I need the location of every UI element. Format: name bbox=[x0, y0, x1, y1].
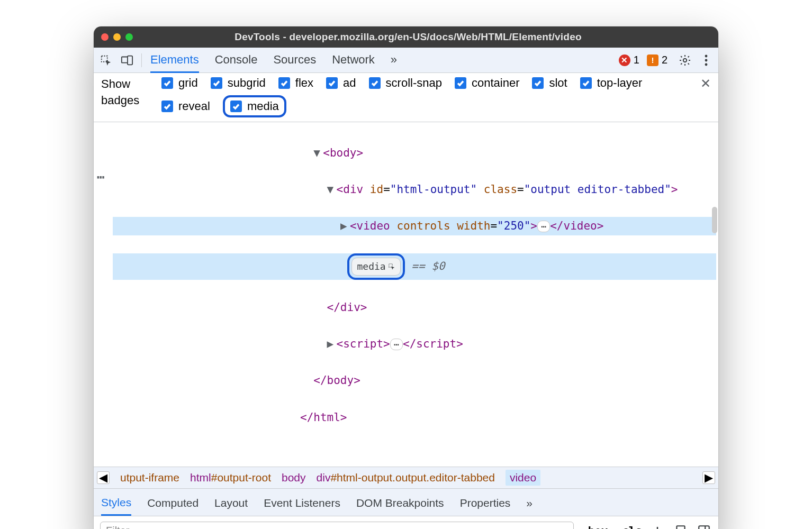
svg-point-3 bbox=[683, 58, 687, 61]
dom-line[interactable]: </body> bbox=[113, 371, 716, 390]
badge-checkbox-media[interactable]: media bbox=[230, 99, 279, 113]
dom-line-selected-badge[interactable]: media == $0 bbox=[113, 253, 716, 280]
svg-point-4 bbox=[705, 54, 708, 57]
badge-settings-row: Showbadges grid subgrid flex ad scroll-s… bbox=[94, 73, 718, 122]
window-title: DevTools - developer.mozilla.org/en-US/d… bbox=[105, 31, 711, 43]
badge-checkbox-reveal[interactable]: reveal bbox=[161, 99, 210, 113]
dom-line[interactable]: </html> bbox=[113, 408, 716, 427]
styles-subtabs: Styles Computed Layout Event Listeners D… bbox=[94, 489, 718, 516]
warning-number: 2 bbox=[662, 54, 667, 66]
close-badge-row-icon[interactable]: ✕ bbox=[700, 76, 711, 91]
svg-point-6 bbox=[705, 63, 708, 66]
gutter: ⋯ bbox=[94, 122, 113, 467]
subtab-properties[interactable]: Properties bbox=[460, 494, 511, 515]
titlebar: DevTools - developer.mozilla.org/en-US/d… bbox=[94, 26, 718, 48]
crumb-iframe[interactable]: utput-iframe bbox=[120, 471, 179, 484]
cls-toggle[interactable]: .cls bbox=[615, 525, 642, 529]
badge-checkbox-grid[interactable]: grid bbox=[161, 76, 198, 90]
badge-checkbox-container[interactable]: container bbox=[455, 76, 520, 90]
crumb-body[interactable]: body bbox=[282, 471, 306, 484]
subtab-styles[interactable]: Styles bbox=[101, 493, 131, 516]
tab-elements[interactable]: Elements bbox=[150, 48, 199, 73]
dom-breadcrumbs: ◀ utput-iframe html#output-root body div… bbox=[94, 467, 718, 489]
badge-checkbox-list: grid subgrid flex ad scroll-snap contain… bbox=[161, 76, 688, 117]
tab-sources[interactable]: Sources bbox=[273, 48, 316, 73]
subtab-event-listeners[interactable]: Event Listeners bbox=[264, 494, 340, 515]
subtab-more[interactable]: » bbox=[526, 494, 533, 515]
dom-line[interactable]: ▼<body> bbox=[113, 144, 716, 162]
badge-checkbox-top-layer[interactable]: top-layer bbox=[580, 76, 643, 90]
dom-tree-panel: ⋯ ▼<body> ▼<div id="html-output" class="… bbox=[94, 122, 718, 467]
divider bbox=[141, 53, 142, 67]
styles-filter-input[interactable]: Filter bbox=[100, 522, 574, 529]
devtools-window: DevTools - developer.mozilla.org/en-US/d… bbox=[94, 26, 718, 529]
subtab-dom-breakpoints[interactable]: DOM Breakpoints bbox=[356, 494, 444, 515]
tab-network[interactable]: Network bbox=[332, 48, 375, 73]
device-toolbar-icon[interactable] bbox=[118, 51, 136, 69]
main-toolbar: Elements Console Sources Network » ✕ 1 !… bbox=[94, 48, 718, 73]
badge-checkbox-scroll-snap[interactable]: scroll-snap bbox=[369, 76, 442, 90]
crumb-scroll-left-icon[interactable]: ◀ bbox=[97, 471, 110, 484]
highlight-media-badge: media bbox=[347, 253, 405, 280]
warning-icon: ! bbox=[647, 54, 658, 66]
scrollbar-thumb[interactable] bbox=[712, 207, 717, 233]
ellipsis-pill[interactable]: ⋯ bbox=[390, 339, 403, 350]
styles-filter-row: Filter :hov .cls bbox=[94, 516, 718, 529]
ellipsis-pill[interactable]: ⋯ bbox=[537, 221, 550, 232]
dom-line[interactable]: </div> bbox=[113, 298, 716, 317]
hov-toggle[interactable]: :hov bbox=[581, 525, 608, 529]
dom-line-selected[interactable]: ▶<video controls width="250">⋯</video> bbox=[113, 217, 716, 235]
dom-line[interactable]: ▼<div id="html-output" class="output edi… bbox=[113, 180, 716, 199]
new-style-rule-icon[interactable] bbox=[649, 523, 665, 529]
badge-row-label: Showbadges bbox=[101, 76, 149, 109]
dom-tree[interactable]: ▼<body> ▼<div id="html-output" class="ou… bbox=[113, 122, 718, 467]
subtab-computed[interactable]: Computed bbox=[147, 494, 199, 515]
badge-checkbox-subgrid[interactable]: subgrid bbox=[211, 76, 266, 90]
crumb-div[interactable]: div#html-output.output.editor-tabbed bbox=[317, 471, 495, 484]
subtab-layout[interactable]: Layout bbox=[214, 494, 248, 515]
media-badge[interactable]: media bbox=[351, 258, 401, 276]
error-count[interactable]: ✕ 1 bbox=[619, 54, 639, 66]
svg-rect-2 bbox=[128, 56, 132, 65]
crumb-html[interactable]: html#output-root bbox=[190, 471, 271, 484]
error-icon: ✕ bbox=[619, 54, 630, 66]
crumb-video[interactable]: video bbox=[506, 470, 540, 486]
error-number: 1 bbox=[634, 54, 639, 66]
tab-console[interactable]: Console bbox=[215, 48, 258, 73]
svg-rect-9 bbox=[699, 526, 709, 529]
paint-brush-icon[interactable] bbox=[673, 523, 689, 529]
computed-sidebar-icon[interactable] bbox=[696, 523, 712, 529]
badge-checkbox-flex[interactable]: flex bbox=[278, 76, 313, 90]
tab-more[interactable]: » bbox=[391, 48, 397, 73]
warning-count[interactable]: ! 2 bbox=[647, 54, 667, 66]
svg-point-5 bbox=[705, 59, 708, 61]
badge-checkbox-slot[interactable]: slot bbox=[532, 76, 567, 90]
settings-icon[interactable] bbox=[676, 51, 694, 69]
kebab-menu-icon[interactable] bbox=[697, 51, 715, 69]
panel-tabs: Elements Console Sources Network » bbox=[150, 48, 397, 73]
inspect-element-icon[interactable] bbox=[97, 51, 115, 69]
dom-line[interactable]: ▶<script>⋯</script> bbox=[113, 335, 716, 353]
highlight-media-checkbox: media bbox=[223, 95, 286, 117]
crumb-scroll-right-icon[interactable]: ▶ bbox=[702, 471, 715, 484]
badge-checkbox-ad[interactable]: ad bbox=[326, 76, 356, 90]
svg-rect-8 bbox=[676, 526, 684, 529]
